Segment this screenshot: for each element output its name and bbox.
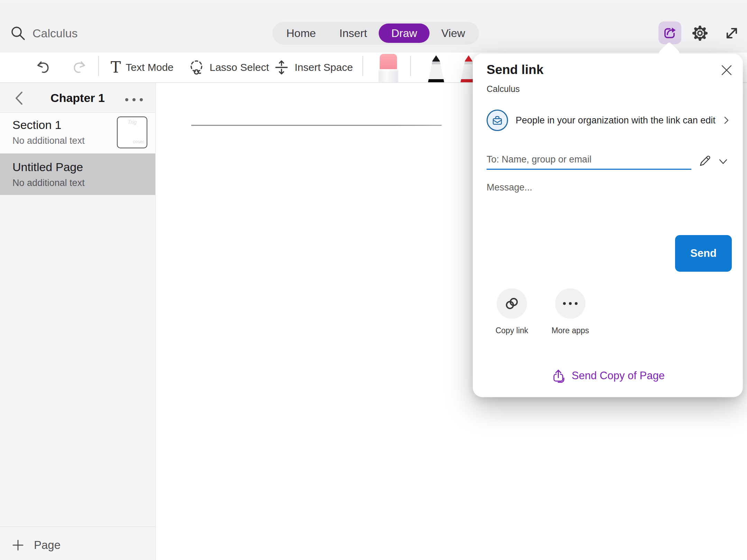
lasso-label: Lasso Select <box>210 62 269 73</box>
eraser-tool[interactable] <box>378 54 398 83</box>
redo-button[interactable] <box>71 53 88 82</box>
black-pen-tool[interactable] <box>425 55 448 83</box>
ellipsis-icon <box>563 302 578 305</box>
share-icon <box>662 25 678 41</box>
dialog-title: Send link <box>487 63 543 77</box>
page-title: Section 1 <box>12 118 62 132</box>
eraser-body <box>378 69 398 83</box>
page-subtitle: No additional text <box>12 136 85 146</box>
text-mode-icon: T <box>111 60 121 75</box>
chevron-right-icon <box>723 115 729 125</box>
lasso-select-button[interactable]: Lasso Select <box>188 53 269 82</box>
eraser-cap <box>380 54 397 71</box>
chevron-down-icon <box>718 158 728 165</box>
organization-briefcase-icon <box>487 110 508 131</box>
copy-link-label: Copy link <box>483 326 541 335</box>
divider <box>0 526 155 527</box>
search-icon <box>10 25 26 41</box>
tab-insert[interactable]: Insert <box>328 22 379 45</box>
copy-link-button[interactable] <box>497 288 527 319</box>
text-mode-label: Text Mode <box>126 62 173 73</box>
undo-icon <box>35 59 52 75</box>
to-recipients-input[interactable] <box>487 150 691 170</box>
insert-space-label: Insert Space <box>295 62 353 73</box>
toolbar-divider <box>362 56 363 76</box>
thumbnail-handwriting: Trig <box>118 119 147 125</box>
share-button[interactable] <box>658 21 681 44</box>
recipient-options-button[interactable] <box>716 156 730 168</box>
more-apps-button[interactable] <box>555 288 585 319</box>
text-mode-button[interactable]: T Text Mode <box>111 53 174 82</box>
send-link-dialog: Send link Calculus People in your organi… <box>473 54 743 397</box>
undo-button[interactable] <box>35 53 52 82</box>
page-list-item[interactable]: Section 1 No additional text Trig cosec <box>0 113 155 153</box>
plus-icon <box>12 539 24 551</box>
page-list-sidebar: Chapter 1 Section 1 No additional text T… <box>0 83 156 560</box>
page-subtitle: No additional text <box>12 178 85 188</box>
toolbar-divider <box>410 56 411 76</box>
share-upload-icon <box>551 368 566 383</box>
tab-draw[interactable]: Draw <box>379 24 430 43</box>
insert-space-button[interactable]: Insert Space <box>273 53 353 82</box>
send-button[interactable]: Send <box>675 235 732 272</box>
tab-home[interactable]: Home <box>275 22 328 45</box>
add-page-button[interactable]: Page <box>0 531 155 560</box>
thumbnail-handwriting: cosec <box>133 139 145 144</box>
close-button[interactable] <box>717 60 736 80</box>
add-page-label: Page <box>34 539 61 552</box>
send-copy-of-page-button[interactable]: Send Copy of Page <box>473 365 743 386</box>
edit-permission-button[interactable] <box>697 152 713 169</box>
page-thumbnail: Trig cosec <box>117 116 147 148</box>
send-copy-label: Send Copy of Page <box>572 370 665 382</box>
permission-text: People in your organization with the lin… <box>516 115 716 126</box>
expand-icon <box>723 24 741 42</box>
link-permissions-button[interactable]: People in your organization with the lin… <box>487 108 729 132</box>
lasso-icon <box>188 59 205 76</box>
settings-button[interactable] <box>690 24 710 43</box>
ribbon-tabs: Home Insert Draw View <box>273 22 479 45</box>
insert-space-icon <box>273 59 290 76</box>
dialog-subtitle: Calculus <box>487 84 520 94</box>
more-apps-label: More apps <box>541 326 599 335</box>
notebook-search[interactable]: Calculus <box>10 25 77 41</box>
message-input[interactable] <box>487 182 694 265</box>
link-icon <box>504 295 520 312</box>
page-title-underline <box>191 125 442 126</box>
section-more-button[interactable] <box>125 98 143 101</box>
search-notebook-label: Calculus <box>33 27 77 40</box>
tab-view[interactable]: View <box>430 22 477 45</box>
gear-icon <box>691 24 709 42</box>
fullscreen-button[interactable] <box>722 24 741 43</box>
page-list-item-selected[interactable]: Untitled Page No additional text <box>0 153 155 195</box>
page-title: Untitled Page <box>12 160 83 174</box>
pencil-icon <box>698 153 712 168</box>
redo-icon <box>71 59 88 75</box>
toolbar-divider <box>98 56 99 76</box>
close-icon <box>720 64 733 76</box>
